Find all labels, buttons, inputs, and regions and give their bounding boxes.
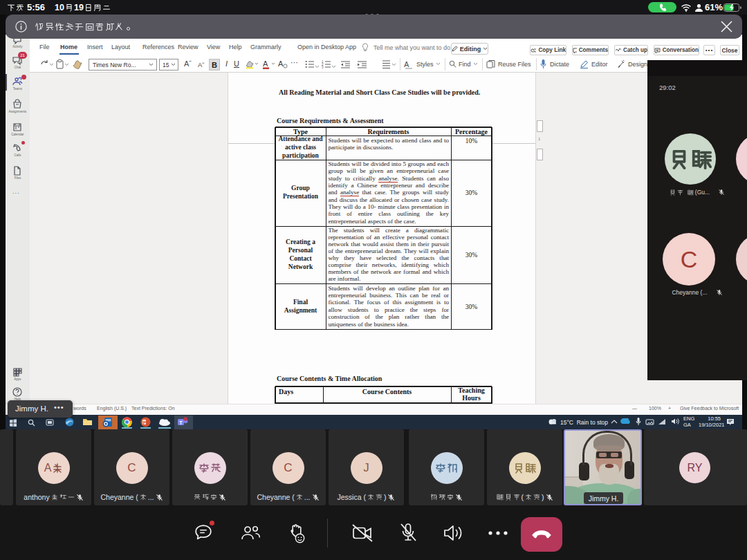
svg-text:A: A — [278, 59, 284, 68]
svg-text:P: P — [143, 420, 147, 425]
svg-text:A: A — [263, 59, 268, 68]
svg-text:A: A — [404, 60, 409, 68]
svg-text:3: 3 — [322, 66, 324, 69]
svg-text:T: T — [179, 420, 183, 426]
